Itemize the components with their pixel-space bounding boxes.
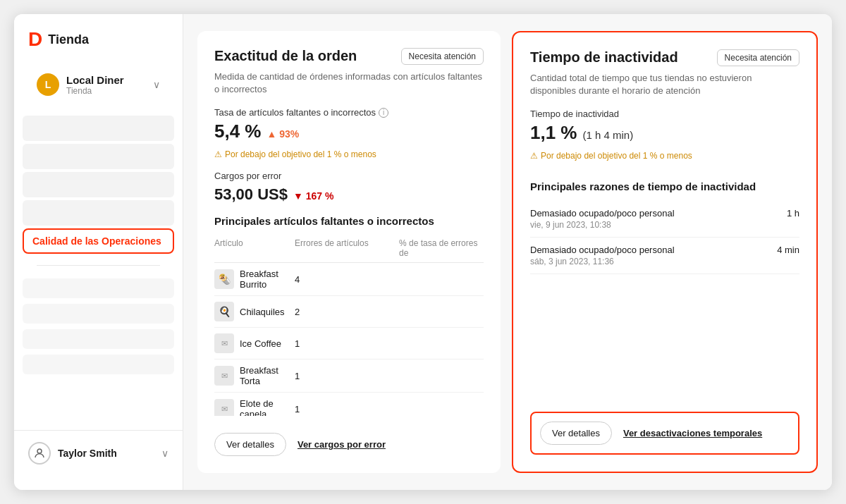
reason-time-1: 4 min — [777, 245, 799, 255]
app-name: Tienda — [48, 32, 89, 47]
order-accuracy-header: Exactitud de la orden Necesita atención — [214, 48, 484, 65]
missing-rate-warning: ⚠ Por debajo del objetivo del 1 % o meno… — [214, 149, 484, 159]
info-icon: i — [379, 108, 388, 118]
item-thumb-1: 🍳 — [214, 302, 234, 321]
downtime-reasons: Principales razones de tiempo de inactiv… — [530, 180, 799, 274]
user-chevron-icon: ∨ — [161, 448, 168, 459]
missing-rate-label: Tasa de artículos faltantes o incorrecto… — [214, 107, 484, 118]
store-name: Local Diner — [66, 74, 146, 86]
item-errors-1: 2 — [295, 307, 393, 317]
store-avatar: L — [37, 73, 59, 96]
th-errors: Errores de artículos — [295, 238, 393, 258]
charges-row: 53,00 US$ ▼ 167 % — [214, 185, 484, 204]
item-name-0: Breakfast Burrito — [240, 269, 289, 290]
nav-item-placeholder-3 — [23, 172, 174, 197]
downtime-badge: Necesita atención — [717, 49, 799, 66]
charges-change: ▼ 167 % — [293, 190, 333, 202]
downtime-card: Tiempo de inactividad Necesita atención … — [512, 31, 818, 473]
reason-date-0: vie, 9 jun 2023, 10:38 — [530, 220, 787, 230]
downtime-metric-row: 1,1 % (1 h 4 min) — [530, 122, 799, 145]
item-name-2: Ice Coffee — [240, 338, 281, 349]
reason-name-0: Demasiado ocupado/poco personal — [530, 208, 787, 219]
downtime-deactivations-button[interactable]: Ver desactivaciones temporales — [623, 428, 762, 438]
table-row: 🌯 Breakfast Burrito 4 — [214, 263, 484, 296]
store-selector[interactable]: L Local Diner Tienda ∨ — [23, 65, 174, 104]
item-errors-3: 1 — [295, 371, 393, 381]
reason-row-0: Demasiado ocupado/poco personal vie, 9 j… — [530, 201, 799, 238]
downtime-metric-label: Tiempo de inactividad — [530, 109, 799, 119]
downtime-sub: (1 h 4 min) — [583, 129, 634, 141]
missing-rate-row: 5,4 % ▲ 93% — [214, 121, 484, 144]
item-cell-4: ✉ Elote de canela — [214, 398, 289, 416]
svg-point-0 — [37, 449, 42, 453]
missing-rate-value: 5,4 % — [214, 121, 262, 142]
charges-label: Cargos por error — [214, 171, 484, 181]
item-name-1: Chilaquiles — [240, 307, 285, 317]
item-thumb-4: ✉ — [214, 399, 234, 416]
reason-time-0: 1 h — [787, 208, 799, 219]
item-cell-1: 🍳 Chilaquiles — [214, 302, 289, 321]
item-thumb-3: ✉ — [214, 366, 234, 386]
item-name-4: Elote de canela — [240, 398, 289, 416]
store-type: Tienda — [66, 86, 146, 96]
item-cell-0: 🌯 Breakfast Burrito — [214, 269, 289, 290]
item-name-3: Breakfast Torta — [240, 365, 289, 386]
table-row: ✉ Breakfast Torta 1 — [214, 359, 484, 393]
missing-rate-change: ▲ 93% — [267, 128, 300, 140]
item-errors-4: 1 — [295, 404, 393, 414]
table-row: 🍳 Chilaquiles 2 — [214, 296, 484, 328]
item-cell-3: ✉ Breakfast Torta — [214, 365, 289, 386]
store-info: Local Diner Tienda — [66, 74, 146, 96]
item-errors-2: 1 — [295, 338, 393, 349]
order-accuracy-badge: Necesita atención — [401, 48, 484, 65]
reasons-title: Principales razones de tiempo de inactiv… — [530, 180, 799, 192]
reason-name-1: Demasiado ocupado/poco personal — [530, 245, 777, 255]
nav-item-placeholder-4 — [23, 200, 174, 226]
main-content: Exactitud de la orden Necesita atención … — [183, 14, 832, 490]
nav-item-placeholder-1 — [23, 116, 174, 141]
user-name: Taylor Smith — [58, 448, 154, 459]
doordash-logo-icon: D — [28, 28, 42, 51]
order-accuracy-charges-button[interactable]: Ver cargos por error — [298, 439, 386, 450]
item-thumb-2: ✉ — [214, 333, 234, 353]
nav-item-placeholder-2 — [23, 144, 174, 169]
user-avatar-icon — [28, 442, 51, 465]
warning-icon: ⚠ — [214, 149, 222, 159]
downtime-title: Tiempo de inactividad — [530, 49, 678, 66]
order-accuracy-description: Medida de cantidad de órdenes informadas… — [214, 70, 484, 96]
warning-icon-downtime: ⚠ — [530, 151, 538, 161]
chevron-down-icon: ∨ — [153, 79, 160, 90]
nav-items: Calidad de las Operaciones — [14, 116, 183, 430]
items-table: Principales artículos faltantes o incorr… — [214, 215, 484, 416]
th-rate: % de tasa de errores de — [399, 238, 484, 258]
item-thumb-0: 🌯 — [214, 269, 234, 289]
order-accuracy-title: Exactitud de la orden — [214, 48, 357, 64]
reason-date-1: sáb, 3 jun 2023, 11:36 — [530, 257, 777, 266]
nav-divider — [37, 265, 160, 266]
nav-item-placeholder-5 — [23, 278, 174, 298]
user-profile-button[interactable]: Taylor Smith ∨ — [14, 430, 183, 476]
reason-info-1: Demasiado ocupado/poco personal sáb, 3 j… — [530, 245, 777, 266]
reason-row-1: Demasiado ocupado/poco personal sáb, 3 j… — [530, 238, 799, 274]
downtime-value: 1,1 % — [530, 122, 577, 144]
table-title: Principales artículos faltantes o incorr… — [214, 215, 484, 227]
table-header: Artículo Errores de artículos % de tasa … — [214, 234, 484, 263]
order-accuracy-footer: Ver detalles Ver cargos por error — [214, 424, 484, 456]
reason-info-0: Demasiado ocupado/poco personal vie, 9 j… — [530, 208, 787, 230]
downtime-details-button[interactable]: Ver detalles — [540, 422, 612, 445]
order-accuracy-details-button[interactable]: Ver detalles — [214, 433, 286, 456]
downtime-footer: Ver detalles Ver desactivaciones tempora… — [530, 412, 799, 455]
downtime-description: Cantidad total de tiempo que tus tiendas… — [530, 72, 799, 97]
nav-item-placeholder-8 — [23, 355, 174, 374]
sidebar-item-calidad-operaciones[interactable]: Calidad de las Operaciones — [23, 228, 174, 254]
sidebar: D Tienda L Local Diner Tienda ∨ Calidad … — [14, 14, 183, 490]
nav-item-placeholder-7 — [23, 329, 174, 349]
order-accuracy-card: Exactitud de la orden Necesita atención … — [197, 31, 501, 473]
table-row: ✉ Ice Coffee 1 — [214, 328, 484, 359]
sidebar-item-label: Calidad de las Operaciones — [32, 235, 161, 247]
app-logo: D Tienda — [14, 28, 183, 65]
table-row: ✉ Elote de canela 1 — [214, 393, 484, 416]
charges-value: 53,00 US$ — [214, 185, 288, 204]
downtime-warning: ⚠ Por debajo del objetivo del 1 % o meno… — [530, 151, 799, 161]
nav-item-placeholder-6 — [23, 304, 174, 324]
